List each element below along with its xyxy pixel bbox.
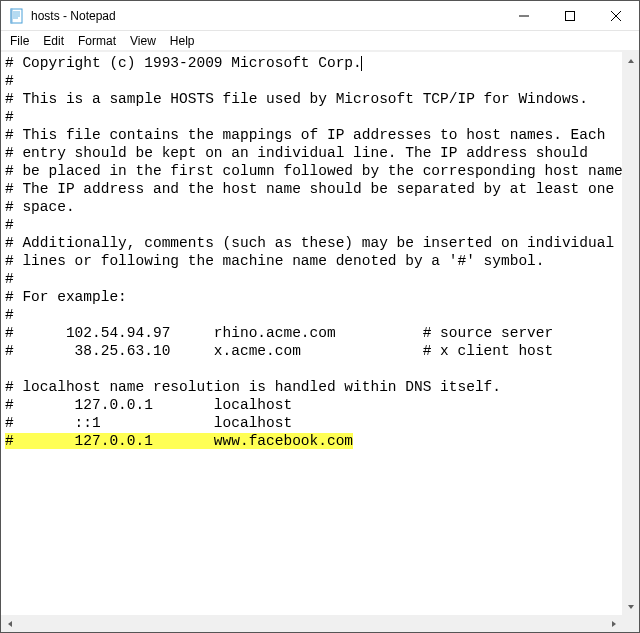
svg-line-9 [611, 11, 621, 21]
scroll-up-icon[interactable] [622, 52, 639, 69]
maximize-button[interactable] [547, 1, 593, 30]
text-line: # space. [5, 199, 75, 215]
highlighted-line: # 127.0.0.1 www.facebook.com [5, 433, 353, 449]
svg-marker-11 [628, 605, 634, 609]
text-editor[interactable]: # Copyright (c) 1993-2009 Microsoft Corp… [1, 52, 622, 615]
window-title: hosts - Notepad [31, 9, 501, 23]
text-line: # [5, 109, 14, 125]
menu-format[interactable]: Format [71, 33, 123, 49]
minimize-button[interactable] [501, 1, 547, 30]
text-line: # 38.25.63.10 x.acme.com # x client host [5, 343, 553, 359]
scroll-down-icon[interactable] [622, 598, 639, 615]
menubar: File Edit Format View Help [1, 31, 639, 51]
svg-line-8 [611, 11, 621, 21]
text-line: # lines or following the machine name de… [5, 253, 545, 269]
text-line: # The IP address and the host name shoul… [5, 181, 614, 197]
text-line: # This file contains the mappings of IP … [5, 127, 605, 143]
menu-file[interactable]: File [3, 33, 36, 49]
text-line: # be placed in the first column followed… [5, 163, 622, 179]
text-line: # entry should be kept on an individual … [5, 145, 588, 161]
text-line: # [5, 271, 14, 287]
text-line: # For example: [5, 289, 127, 305]
text-line: # 127.0.0.1 localhost [5, 397, 292, 413]
text-line: # ::1 localhost [5, 415, 292, 431]
svg-rect-5 [11, 8, 13, 23]
window-controls [501, 1, 639, 30]
notepad-icon [9, 8, 25, 24]
notepad-window: hosts - Notepad File Edit Format View He… [0, 0, 640, 633]
editor-area: # Copyright (c) 1993-2009 Microsoft Corp… [1, 51, 639, 632]
text-line: # [5, 73, 14, 89]
svg-marker-10 [628, 59, 634, 63]
menu-help[interactable]: Help [163, 33, 202, 49]
titlebar[interactable]: hosts - Notepad [1, 1, 639, 31]
scroll-left-icon[interactable] [1, 615, 18, 632]
text-line: # Copyright (c) 1993-2009 Microsoft Corp… [5, 55, 362, 71]
scrollbar-corner [622, 615, 639, 632]
scroll-right-icon[interactable] [605, 615, 622, 632]
text-line: # [5, 307, 14, 323]
text-line: # This is a sample HOSTS file used by Mi… [5, 91, 588, 107]
text-line: # Additionally, comments (such as these)… [5, 235, 614, 251]
vertical-scrollbar[interactable] [622, 52, 639, 615]
horizontal-scrollbar[interactable] [1, 615, 622, 632]
text-caret [361, 56, 362, 71]
svg-marker-13 [612, 621, 616, 627]
svg-rect-7 [566, 11, 575, 20]
text-line: # localhost name resolution is handled w… [5, 379, 501, 395]
menu-view[interactable]: View [123, 33, 163, 49]
svg-marker-12 [8, 621, 12, 627]
text-line: # [5, 217, 14, 233]
close-button[interactable] [593, 1, 639, 30]
text-line: # 102.54.94.97 rhino.acme.com # source s… [5, 325, 553, 341]
menu-edit[interactable]: Edit [36, 33, 71, 49]
